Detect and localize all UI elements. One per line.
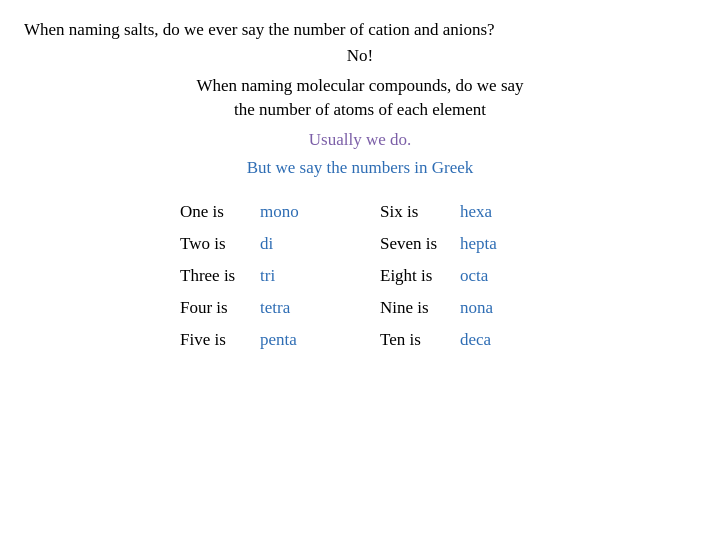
row-label: Nine is: [380, 298, 460, 318]
row-label: Eight is: [380, 266, 460, 286]
tables-container: One ismonoTwo isdiThree istriFour istetr…: [24, 196, 696, 356]
row-value: mono: [260, 202, 340, 222]
table-row: Ten isdeca: [380, 324, 540, 356]
row-value: tetra: [260, 298, 340, 318]
row-value: deca: [460, 330, 540, 350]
table-row: Three istri: [180, 260, 340, 292]
row-label: Five is: [180, 330, 260, 350]
question-text: When naming salts, do we ever say the nu…: [24, 20, 696, 40]
right-table: Six ishexaSeven isheptaEight isoctaNine …: [380, 196, 540, 356]
row-label: Six is: [380, 202, 460, 222]
table-row: One ismono: [180, 196, 340, 228]
table-row: Nine isnona: [380, 292, 540, 324]
table-row: Four istetra: [180, 292, 340, 324]
when-molecular-text: When naming molecular compounds, do we s…: [24, 74, 696, 122]
row-value: octa: [460, 266, 540, 286]
page: When naming salts, do we ever say the nu…: [0, 0, 720, 540]
row-value: nona: [460, 298, 540, 318]
table-row: Two isdi: [180, 228, 340, 260]
row-value: hepta: [460, 234, 540, 254]
table-row: Eight isocta: [380, 260, 540, 292]
row-value: hexa: [460, 202, 540, 222]
row-label: Four is: [180, 298, 260, 318]
table-row: Six ishexa: [380, 196, 540, 228]
table-row: Seven ishepta: [380, 228, 540, 260]
row-label: Two is: [180, 234, 260, 254]
row-value: di: [260, 234, 340, 254]
row-label: One is: [180, 202, 260, 222]
row-label: Ten is: [380, 330, 460, 350]
table-row: Five ispenta: [180, 324, 340, 356]
row-label: Three is: [180, 266, 260, 286]
row-value: tri: [260, 266, 340, 286]
row-value: penta: [260, 330, 340, 350]
left-table: One ismonoTwo isdiThree istriFour istetr…: [180, 196, 340, 356]
row-label: Seven is: [380, 234, 460, 254]
usually-text: Usually we do.: [24, 130, 696, 150]
but-text: But we say the numbers in Greek: [24, 158, 696, 178]
no-text: No!: [24, 46, 696, 66]
